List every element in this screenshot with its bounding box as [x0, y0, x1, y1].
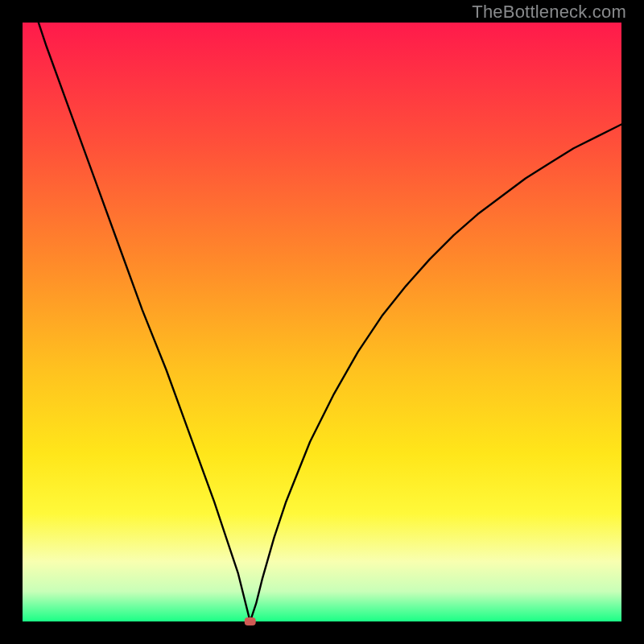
- chart-frame: TheBottleneck.com: [0, 0, 644, 644]
- gradient-background: [23, 23, 621, 621]
- bottleneck-chart: [0, 0, 644, 644]
- minimum-marker: [245, 617, 256, 625]
- watermark-text: TheBottleneck.com: [472, 2, 626, 23]
